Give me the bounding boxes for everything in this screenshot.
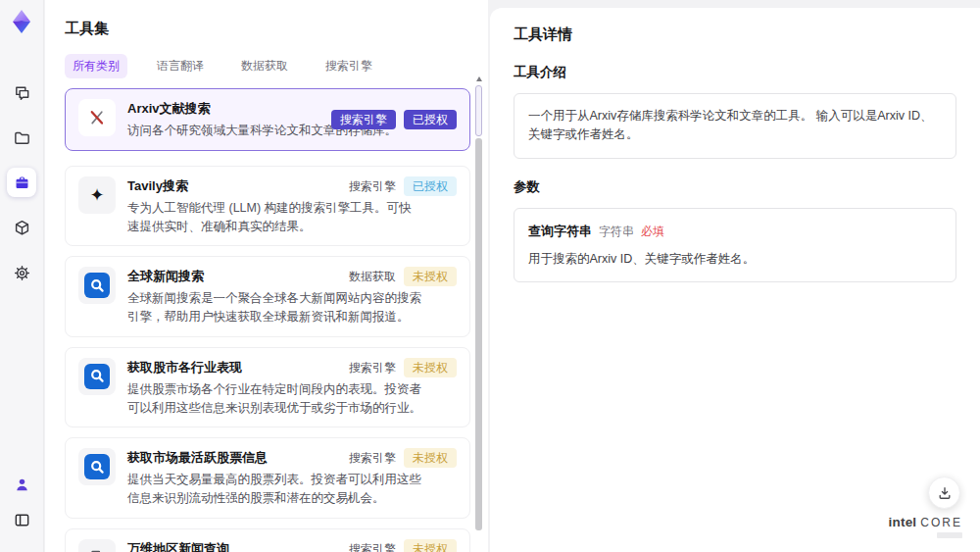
tab-language-translation[interactable]: 语言翻译: [149, 54, 212, 78]
app-window: 工具集 所有类别 语言翻译 数据获取 搜索引擎 Arxiv文献搜索 访问各个研究…: [0, 0, 980, 552]
tool-card-arxiv[interactable]: Arxiv文献搜索 访问各个研究领域大量科学论文和文章的存储库。 搜索引擎 已授…: [65, 88, 470, 151]
tab-all-categories[interactable]: 所有类别: [65, 54, 127, 78]
auth-badge: 未授权: [404, 448, 457, 468]
category-badge: 搜索引擎: [331, 110, 396, 129]
intel-core-logo: intel CORE: [889, 515, 962, 538]
app-logo[interactable]: [7, 7, 36, 36]
sidebar-item-tools[interactable]: [7, 168, 36, 197]
sidebar-nav: [7, 77, 36, 303]
tool-card-list: Arxiv文献搜索 访问各个研究领域大量科学论文和文章的存储库。 搜索引擎 已授…: [65, 88, 470, 552]
intel-wordmark: intel: [889, 515, 917, 529]
panel-toggle[interactable]: [7, 505, 36, 534]
chat-icon: [13, 83, 31, 102]
category-label: 数据获取: [349, 267, 396, 286]
scrollbar[interactable]: [475, 76, 482, 539]
category-label: 搜索引擎: [349, 448, 396, 468]
tool-desc: 专为人工智能代理 (LLM) 构建的搜索引擎工具。可快速提供实时、准确和真实的结…: [127, 199, 423, 236]
tool-desc: 提供当天交易量最高的股票列表。投资者可以利用这些信息来识别流动性强的股票和潜在的…: [127, 471, 423, 508]
gear-icon: [13, 264, 31, 282]
sidebar-item-packages[interactable]: [7, 213, 36, 242]
param-name: 查询字符串: [528, 222, 592, 241]
scrollbar-track[interactable]: [475, 138, 482, 530]
auth-badge: 已授权: [404, 110, 457, 129]
detail-title: 工具详情: [514, 25, 956, 44]
tool-list-panel: 工具集 所有类别 语言翻译 数据获取 搜索引擎 Arxiv文献搜索 访问各个研究…: [45, 0, 488, 552]
tool-card-regional-news[interactable]: 万维地区新闻查询 查询具体行政区划内的新闻，快速了解各地新闻动 搜索引擎 未授权: [65, 528, 470, 552]
category-tabs: 所有类别 语言翻译 数据获取 搜索引擎: [65, 54, 468, 78]
auth-badge: 未授权: [404, 267, 457, 286]
user-avatar[interactable]: [7, 470, 36, 499]
auth-badge: 未授权: [404, 358, 457, 377]
download-icon: [937, 485, 953, 501]
star-icon: ✦: [78, 176, 116, 214]
auth-badge: 未授权: [404, 539, 457, 552]
panel-toggle-icon: [13, 511, 31, 529]
tool-card-active-stocks[interactable]: 获取市场最活跃股票信息 提供当天交易量最高的股票列表。投资者可以利用这些信息来识…: [65, 437, 470, 519]
page-title: 工具集: [65, 20, 468, 38]
param-box: 查询字符串 字符串 必填 用于搜索的Arxiv ID、关键字或作者姓名。: [514, 208, 956, 283]
sidebar-bottom: [7, 470, 36, 540]
folder-icon: [13, 128, 31, 147]
arxiv-icon: [78, 99, 116, 136]
download-button[interactable]: [928, 477, 960, 509]
sidebar-item-settings[interactable]: [7, 258, 36, 287]
intro-section-title: 工具介绍: [514, 64, 956, 81]
category-label: 搜索引擎: [349, 539, 396, 552]
param-type: 字符串: [599, 223, 634, 241]
tool-card-stock-sectors[interactable]: 获取股市各行业表现 提供股票市场各个行业在特定时间段内的表现。投资者可以利用这些…: [65, 347, 470, 428]
news-building-icon: [78, 539, 116, 552]
briefcase-icon: [14, 175, 30, 191]
auth-badge: 已授权: [404, 176, 457, 196]
tool-desc: 全球新闻搜索是一个聚合全球各大新闻网站内容的搜索引擎，帮助用户快速获取全球最新资…: [127, 289, 423, 326]
tab-search-engine[interactable]: 搜索引擎: [318, 54, 380, 78]
user-avatar-icon: [14, 477, 30, 493]
intel-sub-mark: [937, 532, 962, 538]
search-icon: [78, 358, 116, 395]
search-icon: [78, 448, 116, 485]
cube-icon: [13, 219, 31, 237]
scroll-up-arrow[interactable]: [476, 76, 482, 81]
tool-desc: 提供股票市场各个行业在特定时间段内的表现。投资者可以利用这些信息来识别表现优于或…: [127, 380, 423, 418]
core-wordmark: CORE: [920, 516, 962, 529]
category-label: 搜索引擎: [349, 358, 396, 377]
sidebar-item-files[interactable]: [7, 123, 36, 152]
tab-data-fetch[interactable]: 数据获取: [233, 54, 296, 78]
icon-sidebar: [0, 0, 44, 552]
sidebar-item-chat[interactable]: [7, 77, 36, 107]
intro-text: 一个用于从Arxiv存储库搜索科学论文和文章的工具。 输入可以是Arxiv ID…: [528, 109, 933, 141]
tool-card-global-news[interactable]: 全球新闻搜索 全球新闻搜索是一个聚合全球各大新闻网站内容的搜索引擎，帮助用户快速…: [65, 256, 470, 337]
category-label: 搜索引擎: [349, 176, 396, 196]
param-desc: 用于搜索的Arxiv ID、关键字或作者姓名。: [528, 250, 942, 269]
intro-box: 一个用于从Arxiv存储库搜索科学论文和文章的工具。 输入可以是Arxiv ID…: [514, 93, 956, 159]
tool-card-tavily[interactable]: ✦ Tavily搜索 专为人工智能代理 (LLM) 构建的搜索引擎工具。可快速提…: [65, 166, 470, 247]
scrollbar-thumb[interactable]: [475, 85, 482, 136]
param-required-badge: 必填: [641, 223, 664, 241]
tool-detail-panel: 工具详情 工具介绍 一个用于从Arxiv存储库搜索科学论文和文章的工具。 输入可…: [490, 8, 980, 552]
search-icon: [78, 267, 116, 304]
params-section-title: 参数: [514, 178, 956, 196]
